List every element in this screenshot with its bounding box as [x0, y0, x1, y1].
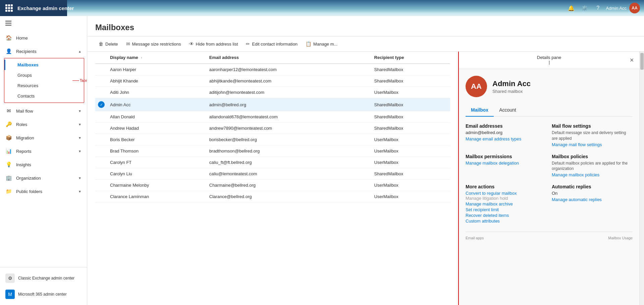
- scrollbar-thumb[interactable]: [640, 53, 644, 70]
- migration-icon: 📦: [5, 134, 12, 141]
- table-row[interactable]: Brad Thomson bradthomson@bellred.org Use…: [95, 145, 450, 157]
- hamburger-button[interactable]: [0, 16, 87, 31]
- toolbar: 🗑 Delete ✉ Message size restrictions 👁 H…: [87, 37, 644, 52]
- page-title: Mailboxes: [95, 23, 636, 32]
- section-automatic-replies: Automatic replies On Manage automatic re…: [552, 184, 633, 224]
- reports-icon: 📊: [5, 148, 12, 155]
- sidebar-m365[interactable]: M Microsoft 365 admin center: [0, 286, 87, 302]
- row-name: Andrew Hadad: [107, 123, 207, 134]
- classic-exchange-icon: ⚙: [5, 273, 15, 283]
- hide-address-button[interactable]: 👁 Hide from address list: [186, 39, 241, 49]
- row-name: Carolyn Liu: [107, 168, 207, 180]
- more-actions-title: More actions: [466, 184, 546, 189]
- message-size-button[interactable]: ✉ Message size restrictions: [123, 39, 184, 49]
- row-type: UserMailbox: [372, 87, 450, 98]
- sidebar-item-mailboxes[interactable]: Mailboxes: [4, 60, 84, 70]
- home-icon: 🏠: [5, 35, 12, 41]
- sidebar-item-roles[interactable]: 🔑 Roles ▼: [0, 118, 87, 131]
- user-menu[interactable]: Admin Acc AA: [606, 3, 640, 13]
- tab-account[interactable]: Account: [494, 104, 522, 117]
- profile-name: Admin Acc: [492, 79, 531, 88]
- details-pane-close-button[interactable]: ✕: [630, 57, 634, 63]
- email-apps-label: Email apps: [466, 236, 484, 240]
- table-row[interactable]: Charmaine Melonby Charmaine@bellred.org …: [95, 180, 450, 191]
- table-row[interactable]: Andrew Hadad andrew7890@lemonteatest.com…: [95, 123, 450, 134]
- section-mailbox-permissions: Mailbox permissions Manage mailbox deleg…: [466, 154, 546, 178]
- insights-icon: 💡: [5, 161, 12, 168]
- row-type: UserMailbox: [372, 157, 450, 168]
- sidebar-item-mail-flow[interactable]: ✉ Mail flow ▼: [0, 104, 87, 118]
- edit-contact-button[interactable]: ✏ Edit contact information: [243, 39, 301, 49]
- table-row[interactable]: Carolyn Liu caliu@lemonteatest.com Share…: [95, 168, 450, 180]
- tab-mailbox[interactable]: Mailbox: [466, 104, 494, 117]
- sidebar-item-resources[interactable]: Resources: [4, 80, 84, 91]
- settings-icon[interactable]: ⚙️: [579, 3, 590, 13]
- row-name: Charmaine Melonby: [107, 180, 207, 191]
- help-icon[interactable]: ?: [593, 3, 603, 13]
- section-email-addresses: Email addresses admin@bellred.org Manage…: [466, 123, 546, 147]
- mailbox-policies-text: Default mailbox policies are applied for…: [552, 161, 633, 172]
- row-check-cell: [95, 87, 107, 98]
- sidebar-item-contacts[interactable]: Contacts: [4, 91, 84, 101]
- set-recipient-limit-link[interactable]: Set recipient limit: [466, 207, 546, 212]
- row-type: SharedMailbox: [372, 123, 450, 134]
- sidebar-nav: 🏠 Home 👤 Recipients ▲ Mailboxes Gro: [0, 31, 87, 267]
- col-display-name[interactable]: Display name ↑: [107, 52, 207, 64]
- recipients-icon: 👤: [5, 48, 12, 55]
- manage-mailbox-archive-link[interactable]: Manage mailbox archive: [466, 201, 546, 206]
- waffle-button[interactable]: [4, 3, 14, 13]
- section-mailbox-policies: Mailbox policies Default mailbox policie…: [552, 154, 633, 178]
- row-check-cell: [95, 191, 107, 202]
- recover-deleted-items-link[interactable]: Recover deleted items: [466, 213, 546, 218]
- sidebar-item-groups[interactable]: Groups: [4, 70, 84, 80]
- row-email: abhijitkande@lemonteatest.com: [207, 75, 372, 87]
- sidebar-classic-exchange[interactable]: ⚙ Classic Exchange admin center: [0, 270, 87, 286]
- row-type: UserMailbox: [372, 134, 450, 145]
- details-profile: AA Admin Acc Shared mailbox: [466, 76, 633, 97]
- profile-type: Shared mailbox: [492, 89, 531, 94]
- table-row[interactable]: Aditi John aditijohn@lemonteatest.com Us…: [95, 87, 450, 98]
- row-check-cell: [95, 168, 107, 180]
- sidebar-item-reports-label: Reports: [16, 149, 74, 154]
- mailbox-usage-label: Mailbox Usage: [608, 236, 633, 240]
- table-row[interactable]: Abhijit Khande abhijitkande@lemonteatest…: [95, 75, 450, 87]
- sidebar: 🏠 Home 👤 Recipients ▲ Mailboxes Gro: [0, 16, 87, 305]
- sort-icon: ↑: [141, 56, 142, 60]
- manage-mail-flow-link[interactable]: Manage mail flow settings: [552, 142, 633, 147]
- sidebar-item-insights[interactable]: 💡 Insights: [0, 158, 87, 171]
- m365-label: Microsoft 365 admin center: [18, 292, 67, 297]
- manage-automatic-replies-link[interactable]: Manage automatic replies: [552, 197, 633, 202]
- notifications-icon[interactable]: 🔔: [566, 3, 577, 13]
- table-row[interactable]: Boris Becker borisbecker@bellred.org Use…: [95, 134, 450, 145]
- sidebar-item-home[interactable]: 🏠 Home: [0, 31, 87, 45]
- table-row[interactable]: ✓ Admin Acc admin@bellred.org SharedMail…: [95, 98, 450, 111]
- details-scrollbar[interactable]: [639, 52, 644, 305]
- profile-avatar: AA: [466, 76, 487, 97]
- sidebar-item-public-folders[interactable]: 📁 Public folders ▼: [0, 185, 87, 198]
- row-check-cell: [95, 134, 107, 145]
- table-row[interactable]: Carolyn FT caliu_ft@ft.bellred.org UserM…: [95, 157, 450, 168]
- mailboxes-label: Mailboxes: [5, 62, 78, 67]
- table-row[interactable]: Aaron Harper aaronharper12@lemonteatest.…: [95, 64, 450, 75]
- row-email: aditijohn@lemonteatest.com: [207, 87, 372, 98]
- sidebar-item-reports[interactable]: 📊 Reports ▼: [0, 144, 87, 158]
- app-title: Exchange admin center: [17, 5, 74, 11]
- col-recipient-type[interactable]: Recipient type: [372, 52, 450, 64]
- manage-email-types-link[interactable]: Manage email address types: [466, 136, 546, 141]
- sidebar-item-organization[interactable]: 🏢 Organization ▼: [0, 171, 87, 185]
- row-check-cell: ✓: [95, 98, 107, 111]
- sidebar-item-migration[interactable]: 📦 Migration ▼: [0, 131, 87, 144]
- mailbox-permissions-title: Mailbox permissions: [466, 154, 546, 159]
- manage-button[interactable]: 📋 Manage m...: [302, 39, 341, 49]
- col-email[interactable]: Email address: [207, 52, 372, 64]
- section-more-actions: More actions Convert to regular mailbox …: [466, 184, 546, 224]
- manage-mailbox-policies-link[interactable]: Manage mailbox policies: [552, 172, 633, 177]
- table-row[interactable]: Clarance Laminman Clarance@bellred.org U…: [95, 191, 450, 202]
- automatic-replies-value: On: [552, 191, 633, 196]
- convert-to-regular-link[interactable]: Convert to regular mailbox: [466, 191, 546, 196]
- table-row[interactable]: Allan Donald allandonald678@lemonteatest…: [95, 111, 450, 123]
- sidebar-item-recipients[interactable]: 👤 Recipients ▲: [0, 45, 87, 58]
- custom-attributes-link[interactable]: Custom attributes: [466, 219, 546, 224]
- delete-button[interactable]: 🗑 Delete: [95, 39, 121, 49]
- manage-mailbox-delegation-link[interactable]: Manage mailbox delegation: [466, 161, 546, 166]
